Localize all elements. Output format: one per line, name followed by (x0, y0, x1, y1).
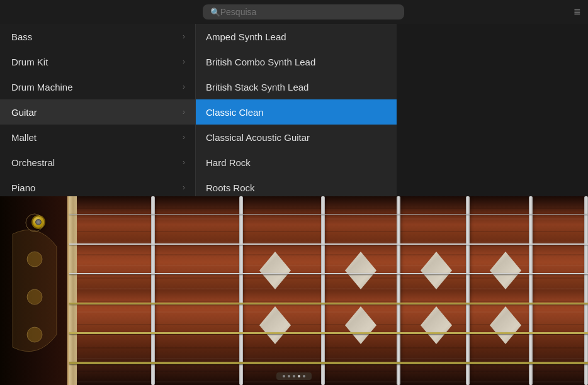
string-3 (69, 273, 588, 274)
svg-point-0 (26, 214, 43, 232)
wood-grain (0, 196, 588, 385)
scroll-dot-1 (283, 375, 285, 377)
fret-7 (584, 196, 588, 385)
category-label: Drum Machine (11, 82, 73, 92)
category-item-drum-kit[interactable]: Drum Kit› (0, 49, 195, 74)
category-item-bass[interactable]: Bass› (0, 24, 195, 49)
categories-panel: Bass›Drum Kit›Drum Machine›Guitar›Mallet… (0, 24, 195, 196)
svg-point-2 (27, 289, 42, 304)
category-chevron: › (183, 82, 185, 91)
dropdown-area: Bass›Drum Kit›Drum Machine›Guitar›Mallet… (0, 24, 588, 196)
preset-label: Hard Rock (206, 157, 251, 168)
category-item-guitar[interactable]: Guitar› (0, 99, 195, 125)
string-1 (69, 214, 588, 215)
preset-item-classical-acoustic-guitar[interactable]: Classical Acoustic Guitar (196, 125, 397, 150)
scroll-dot-4 (298, 375, 300, 377)
search-bar: 🔍 ≡ (0, 0, 588, 24)
fretboard (0, 196, 588, 385)
category-chevron: › (183, 57, 185, 66)
category-label: Piano (11, 182, 35, 193)
preset-item-british-combo-synth-lead[interactable]: British Combo Synth Lead (196, 49, 397, 74)
preset-label: British Combo Synth Lead (206, 57, 315, 67)
category-chevron: › (183, 32, 185, 41)
category-item-drum-machine[interactable]: Drum Machine› (0, 74, 195, 99)
preset-label: Classic Clean (206, 107, 264, 118)
category-chevron: › (183, 183, 185, 192)
string-2 (69, 243, 588, 245)
preset-item-hard-rock[interactable]: Hard Rock (196, 150, 397, 175)
search-input[interactable] (203, 4, 404, 20)
headstock-shape (0, 196, 69, 385)
menu-icon[interactable]: ≡ (574, 6, 580, 19)
fret-3 (321, 196, 325, 385)
fret-4 (397, 196, 400, 385)
preset-item-amped-synth-lead[interactable]: Amped Synth Lead (196, 24, 397, 49)
search-wrapper: 🔍 (33, 4, 574, 20)
fret-1 (151, 196, 155, 385)
category-chevron: › (183, 108, 185, 116)
scroll-dot-3 (293, 375, 295, 377)
svg-point-3 (27, 327, 42, 342)
preset-label: British Stack Synth Lead (206, 82, 308, 92)
category-item-orchestral[interactable]: Orchestral› (0, 150, 195, 175)
fret-5 (466, 196, 470, 385)
fret-2 (239, 196, 243, 385)
scroll-dot-2 (288, 375, 290, 377)
preset-item-classic-clean[interactable]: Classic Clean (196, 99, 397, 125)
preset-label: Classical Acoustic Guitar (206, 132, 310, 143)
string-5 (69, 332, 588, 333)
preset-label: Amped Synth Lead (206, 31, 286, 42)
category-item-piano[interactable]: Piano› (0, 175, 195, 196)
category-chevron: › (183, 133, 185, 142)
string-4 (69, 303, 588, 304)
fret-6 (529, 196, 533, 385)
scroll-indicator (276, 372, 312, 380)
category-label: Orchestral (11, 157, 55, 168)
presets-panel: Amped Synth LeadBritish Combo Synth Lead… (195, 24, 397, 196)
category-label: Guitar (11, 107, 37, 118)
preset-label: Roots Rock (206, 182, 255, 193)
category-label: Bass (11, 31, 32, 42)
nut (69, 196, 77, 385)
preset-item-roots-rock[interactable]: Roots Rock (196, 175, 397, 196)
headstock (0, 196, 69, 385)
string-6 (69, 362, 588, 363)
category-label: Drum Kit (11, 57, 48, 67)
svg-point-1 (27, 252, 42, 267)
category-item-mallet[interactable]: Mallet› (0, 125, 195, 150)
category-chevron: › (183, 158, 185, 167)
preset-item-british-stack-synth-lead[interactable]: British Stack Synth Lead (196, 74, 397, 99)
scroll-dot-5 (303, 375, 305, 377)
category-label: Mallet (11, 132, 37, 143)
